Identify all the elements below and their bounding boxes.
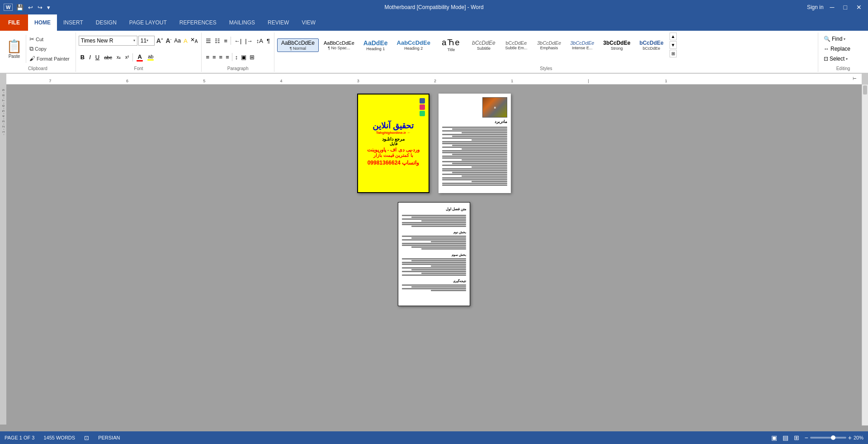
paste-label: Paste [9, 54, 20, 59]
format-painter-button[interactable]: 🖌 Format Painter [28, 54, 71, 63]
p3-section-title2: بخش سوم [402, 253, 466, 257]
p3-line-9 [411, 237, 466, 239]
subscript-button[interactable]: x₂ [115, 54, 123, 61]
replace-button[interactable]: ↔ Replace [821, 44, 853, 53]
align-center-button[interactable]: ≡ [211, 53, 217, 61]
tab-references[interactable]: REFERENCES [173, 14, 223, 31]
style-item-heading1[interactable]: AaDdEe Heading 1 [359, 38, 392, 52]
style-item-title[interactable]: aЋe Title [435, 37, 467, 53]
text-line-5 [442, 134, 507, 135]
font-size-value: 11 [141, 38, 146, 44]
page1-line3: ورد-پی دی اف - پاورپوینت [367, 147, 420, 153]
style-item-intense[interactable]: 3bCcDdEe Intense E... [566, 39, 598, 52]
cut-button[interactable]: ✂ Cut [28, 35, 71, 43]
para-sep1 [231, 37, 231, 45]
decrease-indent-button[interactable]: ←| [233, 37, 243, 45]
page-2[interactable]: 🖥 مادربرد [439, 94, 511, 193]
decrease-font-size-button[interactable]: A- [165, 37, 173, 45]
style-item-bccddee[interactable]: bCcDdEe bCcDdEe [635, 38, 667, 52]
ruler-tab-button[interactable]: ⊢ [853, 74, 860, 81]
tab-file[interactable]: FILE [0, 14, 28, 31]
align-right-button[interactable]: ≡ [218, 53, 224, 61]
print-layout-view-button[interactable]: ▣ [771, 434, 777, 441]
shading-button[interactable]: ▣ [240, 53, 248, 61]
style-item-strong[interactable]: 3bCcDdEe Strong [599, 38, 634, 52]
close-button[interactable]: ✕ [854, 3, 864, 12]
font-size-dropdown[interactable]: 11 ▾ [138, 36, 155, 46]
sign-in-link[interactable]: Sign in [807, 4, 824, 10]
change-case-button[interactable]: Aa [173, 37, 182, 44]
title-bar-left: W 💾 ↩ ↪ ▾ [4, 3, 52, 12]
style-item-subtle[interactable]: bCcDdEe Subtle Em... [500, 39, 532, 52]
tab-view[interactable]: VIEW [295, 14, 322, 31]
instagram-icon [420, 104, 425, 110]
styles-scroll-up-button[interactable]: ▲ [670, 33, 677, 40]
facebook-icon [420, 98, 425, 104]
p3-line-5 [402, 222, 466, 223]
read-mode-button[interactable]: ▤ [783, 434, 788, 441]
styles-scroll-down-button[interactable]: ▼ [670, 41, 677, 49]
tab-page-layout[interactable]: PAGE LAYOUT [123, 14, 173, 31]
ribbon: FILE HOME INSERT DESIGN PAGE LAYOUT REFE… [0, 14, 868, 74]
undo-button[interactable]: ↩ [26, 3, 35, 12]
text-line-8 [472, 139, 507, 141]
show-hide-button[interactable]: ¶ [265, 37, 271, 45]
style-item-nospace[interactable]: AaBbCcDdEe ¶ No Spac... [320, 39, 359, 52]
zoom-out-button[interactable]: − [805, 434, 808, 441]
highlight-color-button[interactable]: ab [146, 53, 156, 61]
style-h2-label: Heading 2 [397, 46, 430, 51]
cut-label: Cut [36, 37, 43, 42]
customize-quick-access-button[interactable]: ▾ [45, 3, 52, 12]
style-item-normal[interactable]: AaBbCcDdEe ¶ Normal [277, 38, 319, 52]
style-item-heading2[interactable]: AabCcDdEe Heading 2 [393, 38, 434, 52]
strikethrough-button[interactable]: abc [102, 54, 114, 61]
redo-button[interactable]: ↪ [36, 3, 44, 12]
tab-insert[interactable]: INSERT [57, 14, 90, 31]
font-name-dropdown[interactable]: Times New R ▾ [79, 36, 137, 46]
increase-indent-button[interactable]: |→ [244, 37, 254, 45]
select-button[interactable]: ⊡ Select ▾ [821, 54, 853, 63]
borders-button[interactable]: ⊞ [248, 53, 256, 61]
justify-button[interactable]: ≡ [224, 53, 231, 61]
styles-expand-button[interactable]: ⊞ [670, 50, 677, 57]
sort-button[interactable]: ↕A [255, 37, 264, 45]
tab-home[interactable]: HOME [28, 14, 57, 31]
zoom-slider[interactable] [810, 437, 846, 439]
bullets-button[interactable]: ☰ [204, 37, 212, 45]
page-info: PAGE 1 OF 3 [5, 435, 34, 440]
font-color-button[interactable]: A [135, 52, 145, 62]
italic-button[interactable]: I [87, 53, 93, 61]
style-item-subtitle[interactable]: bCcDdEe Subtitle [468, 38, 500, 52]
text-highlight-button[interactable]: A [183, 37, 189, 45]
clear-formatting-button[interactable]: ✕A [189, 36, 199, 44]
line-spacing-button[interactable]: ↕ [234, 53, 240, 61]
zoom-in-button[interactable]: + [848, 434, 852, 441]
minimize-button[interactable]: ─ [827, 3, 837, 12]
align-left-button[interactable]: ≡ [204, 53, 211, 61]
tab-design[interactable]: DESIGN [90, 14, 123, 31]
scrollbar-thumb[interactable] [863, 85, 867, 94]
text-line-21 [452, 163, 507, 164]
page-3[interactable]: متن فصل اول بخش دوم [398, 202, 470, 306]
numbering-button[interactable]: ☷ [213, 37, 222, 45]
paste-button[interactable]: 📋 Paste [3, 35, 26, 63]
restore-button[interactable]: □ [841, 3, 850, 12]
increase-font-size-button[interactable]: A+ [156, 37, 164, 45]
multilevel-list-button[interactable]: ≡ [222, 37, 229, 45]
tab-review[interactable]: REVIEW [261, 14, 295, 31]
page3-content: متن فصل اول بخش دوم [398, 202, 470, 306]
bold-button[interactable]: B [79, 53, 86, 61]
superscript-button[interactable]: x² [123, 54, 131, 61]
save-button[interactable]: 💾 [14, 3, 25, 12]
page-1[interactable]: تحقیق آنلاین Tahghighonline.ir ← مرجع دا… [357, 94, 429, 193]
web-layout-button[interactable]: ⊞ [794, 434, 799, 441]
style-item-emphasis[interactable]: 3bCcDdEe Emphasis [533, 39, 565, 52]
vertical-scrollbar[interactable] [862, 85, 868, 425]
underline-button[interactable]: U [94, 53, 101, 61]
pages-row-2: متن فصل اول بخش دوم [398, 202, 470, 306]
copy-button[interactable]: ⧉ Copy [28, 44, 71, 53]
find-button[interactable]: 🔍 Find ▾ [821, 34, 853, 43]
zoom-percentage: 20% [854, 435, 863, 440]
font-name-value: Times New R [81, 38, 113, 44]
tab-mailings[interactable]: MAILINGS [223, 14, 261, 31]
